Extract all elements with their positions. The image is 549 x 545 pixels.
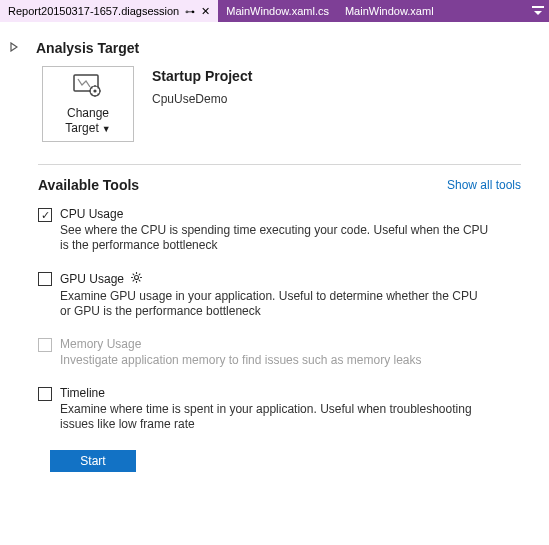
tool-row: ✓CPU UsageSee where the CPU is spending … [38, 207, 521, 253]
svg-line-20 [133, 280, 134, 281]
svg-point-3 [93, 89, 96, 92]
startup-project-info: Startup Project CpuUseDemo [152, 66, 252, 142]
svg-line-19 [139, 274, 140, 275]
tab-label: MainWindow.xaml [345, 5, 434, 17]
startup-project-title: Startup Project [152, 68, 252, 84]
tool-checkbox[interactable] [38, 272, 52, 286]
tab-spacer [442, 0, 527, 22]
tab-mainwindow-xaml[interactable]: MainWindow.xaml [337, 0, 442, 22]
analysis-target-header-row: Analysis Target [10, 40, 521, 56]
close-icon[interactable]: ✕ [201, 5, 210, 18]
tool-checkbox [38, 338, 52, 352]
start-button[interactable]: Start [50, 450, 136, 472]
tool-description: Examine GPU usage in your application. U… [60, 289, 490, 319]
svg-line-18 [139, 280, 140, 281]
change-target-label: Change Target▼ [65, 106, 110, 137]
divider [38, 164, 521, 165]
monitor-gear-icon [72, 73, 104, 102]
tool-checkbox[interactable]: ✓ [38, 208, 52, 222]
svg-rect-0 [532, 6, 544, 8]
tab-label: Report20150317-1657.diagsession [8, 5, 179, 17]
tool-description: See where the CPU is spending time execu… [60, 223, 490, 253]
tab-mainwindow-cs[interactable]: MainWindow.xaml.cs [218, 0, 337, 22]
analysis-target-title: Analysis Target [36, 40, 139, 56]
chevron-down-icon: ▼ [102, 124, 111, 134]
tool-checkbox[interactable] [38, 387, 52, 401]
show-all-tools-link[interactable]: Show all tools [447, 178, 521, 192]
svg-point-12 [135, 276, 139, 280]
tool-row: TimelineExamine where time is spent in y… [38, 386, 521, 432]
tool-row: Memory UsageInvestigate application memo… [38, 337, 521, 368]
tool-row: GPU UsageExamine GPU usage in your appli… [38, 271, 521, 319]
gear-icon[interactable] [130, 271, 143, 287]
tab-label: MainWindow.xaml.cs [226, 5, 329, 17]
startup-project-name: CpuUseDemo [152, 92, 252, 106]
change-target-button[interactable]: Change Target▼ [42, 66, 134, 142]
tool-description: Examine where time is spent in your appl… [60, 402, 490, 432]
tool-name: Memory Usage [60, 337, 422, 351]
svg-line-17 [133, 274, 134, 275]
expand-icon[interactable] [10, 42, 18, 54]
available-tools-title: Available Tools [38, 177, 139, 193]
tool-name: Timeline [60, 386, 490, 400]
tool-name: GPU Usage [60, 271, 490, 287]
tool-description: Investigate application memory to find i… [60, 353, 422, 368]
pin-icon[interactable]: ⊶ [185, 6, 195, 17]
tab-overflow-dropdown[interactable] [527, 0, 549, 22]
tool-name: CPU Usage [60, 207, 490, 221]
tab-bar: Report20150317-1657.diagsession ⊶ ✕ Main… [0, 0, 549, 22]
tab-report[interactable]: Report20150317-1657.diagsession ⊶ ✕ [0, 0, 218, 22]
